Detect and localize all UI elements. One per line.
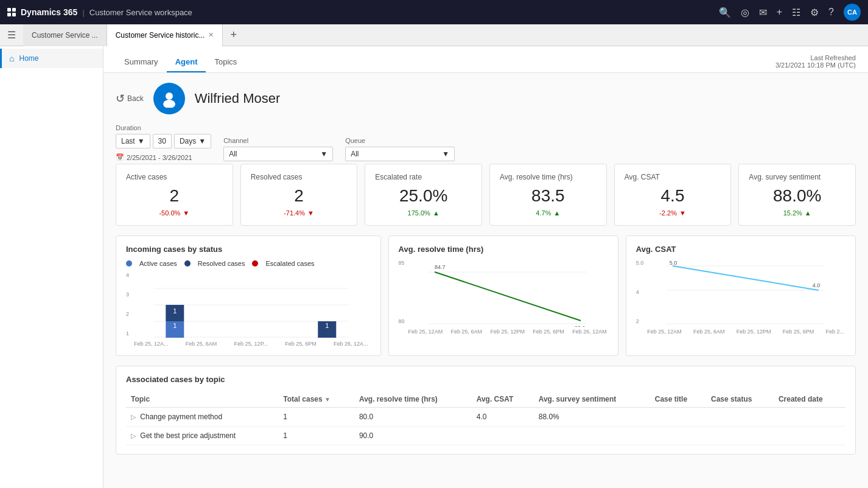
- legend-active-dot: [126, 260, 132, 267]
- col-resolve: Avg. resolve time (hrs): [354, 391, 472, 408]
- tab-summary[interactable]: Summary: [116, 57, 167, 72]
- hamburger-menu[interactable]: ☰: [0, 29, 23, 41]
- channel-label: Channel: [223, 137, 333, 144]
- col-case-title: Case title: [650, 391, 706, 408]
- last-refreshed-value: 3/21/2021 10:18 PM (UTC): [775, 61, 856, 69]
- duration-filter: Duration Last ▼ 30 Days ▼: [116, 124, 211, 161]
- resolve-chart-inner: 84.7 80.0 Feb 25, 12AM Feb 25, 6AM Feb 2…: [407, 260, 608, 335]
- kpi-change-active: -50.0%▼: [126, 209, 223, 217]
- chevron-down-icon-unit: ▼: [198, 137, 206, 145]
- grid-icon[interactable]: [7, 8, 16, 16]
- svg-point-0: [166, 92, 173, 100]
- kpi-card-sentiment: Avg. survey sentiment 88.0% 15.2%▲: [738, 164, 856, 226]
- col-total: Total cases ▼: [278, 391, 354, 408]
- kpi-title-sentiment: Avg. survey sentiment: [749, 173, 845, 181]
- settings-icon[interactable]: ⚙: [810, 7, 819, 18]
- back-arrow-icon: ↺: [116, 92, 125, 105]
- legend-escalated-label: Escalated cases: [265, 260, 314, 267]
- expand-icon-1[interactable]: ▷: [131, 413, 136, 420]
- row2-created: [774, 427, 845, 445]
- tab-topics[interactable]: Topics: [206, 57, 245, 72]
- tab-historic[interactable]: Customer Service historic... ✕: [107, 24, 223, 46]
- svg-text:4.0: 4.0: [813, 282, 821, 288]
- row2-total: 1: [278, 427, 354, 445]
- arrow-down-icon-3: ▼: [679, 209, 686, 217]
- kpi-title-resolved: Resolved cases: [251, 173, 348, 181]
- back-label: Back: [127, 94, 144, 103]
- tab-customer-service[interactable]: Customer Service ...: [23, 24, 107, 46]
- sort-icon[interactable]: ▼: [324, 396, 331, 403]
- bar-chart-svg: 1 1 1: [131, 272, 371, 339]
- kpi-card-escalated: Escalated rate 25.0% 175.0%▲: [365, 164, 482, 226]
- tab-agent[interactable]: Agent: [167, 57, 206, 72]
- inner-content: ↺ Back Wilfried Moser Duration: [103, 73, 868, 464]
- col-csat: Avg. CSAT: [472, 391, 534, 408]
- app-name: Customer Service workspace: [89, 8, 192, 17]
- top-navigation: Dynamics 365 | Customer Service workspac…: [0, 0, 868, 24]
- filter-icon[interactable]: ☷: [792, 7, 800, 18]
- nav-icons: 🔍 ◎ ✉ + ☷ ⚙ ? CA: [719, 4, 861, 21]
- chevron-down-icon-channel: ▼: [320, 150, 327, 158]
- csat-chart-inner: 5.0 4.0 Feb 25, 12AM Feb 25, 6AM Feb 25,…: [646, 260, 845, 335]
- row1-csat: 4.0: [472, 408, 534, 427]
- legend-active-label: Active cases: [139, 260, 177, 267]
- channel-filter: Channel All ▼: [223, 137, 333, 161]
- kpi-card-csat: Avg. CSAT 4.5 -2.2%▼: [614, 164, 732, 226]
- col-case-status: Case status: [706, 391, 774, 408]
- duration-value-input[interactable]: 30: [153, 134, 172, 148]
- duration-unit-select[interactable]: Days ▼: [174, 134, 211, 148]
- kpi-value-resolved: 2: [251, 186, 348, 206]
- row1-created: [774, 408, 845, 427]
- date-range: 📅 2/25/2021 - 3/26/2021: [116, 153, 211, 161]
- bell-icon[interactable]: ✉: [759, 7, 767, 18]
- channel-select[interactable]: All ▼: [223, 147, 333, 161]
- target-icon[interactable]: ◎: [741, 7, 749, 18]
- chart-resolve-title: Avg. resolve time (hrs): [399, 245, 608, 254]
- kpi-title-csat: Avg. CSAT: [625, 173, 721, 181]
- close-tab-icon[interactable]: ✕: [208, 31, 214, 39]
- bar-chart-area: 4321 1: [126, 272, 371, 347]
- nav-separator: |: [82, 8, 84, 17]
- chart-incoming-legend: Active cases Resolved cases Escalated ca…: [126, 260, 371, 267]
- kpi-change-resolved: -71.4%▼: [251, 209, 348, 217]
- kpi-title-escalated: Escalated rate: [375, 173, 472, 181]
- arrow-up-icon-2: ▲: [553, 209, 560, 217]
- help-icon[interactable]: ?: [828, 7, 834, 18]
- arrow-down-icon: ▼: [183, 209, 189, 217]
- x-axis-labels: Feb 25, 12A... Feb 25, 6AM Feb 25, 12P..…: [131, 341, 371, 347]
- table-header: Topic Total cases ▼ Avg. resolve time (h…: [126, 391, 845, 408]
- queue-select[interactable]: All ▼: [345, 147, 455, 161]
- row1-title: [650, 408, 706, 427]
- csat-y-labels: 5.042: [636, 260, 646, 327]
- expand-icon-2[interactable]: ▷: [131, 432, 136, 439]
- bar-chart-inner: 1 1 1 Feb 25, 12A...: [131, 272, 371, 347]
- duration-preset-select[interactable]: Last ▼: [116, 134, 150, 148]
- agent-header: ↺ Back Wilfried Moser: [116, 83, 856, 114]
- kpi-change-csat: -2.2%▼: [625, 209, 721, 217]
- brand-name: Dynamics 365: [21, 7, 77, 17]
- tab-customer-service-label: Customer Service ...: [32, 31, 98, 40]
- last-refreshed-label: Last Refreshed: [775, 54, 856, 61]
- legend-resolved-dot: [184, 260, 191, 267]
- chart-resolve-time: Avg. resolve time (hrs) 8580 84.7: [388, 235, 618, 356]
- table-row: ▷ Get the best price adjustment 1 90.0: [126, 427, 845, 445]
- chart-csat: Avg. CSAT 5.042 5.0: [626, 235, 856, 356]
- sidebar: ⌂ Home: [0, 46, 103, 488]
- svg-text:80.0: 80.0: [575, 325, 586, 327]
- back-button[interactable]: ↺ Back: [116, 92, 144, 105]
- table-row: ▷ Change payment method 1 80.0 4.0 88.0%: [126, 408, 845, 427]
- tab-bar: ☰ Customer Service ... Customer Service …: [0, 24, 868, 46]
- sidebar-item-home[interactable]: ⌂ Home: [0, 49, 103, 68]
- user-avatar[interactable]: CA: [844, 4, 861, 21]
- row2-title: [650, 427, 706, 445]
- row1-total: 1: [278, 408, 354, 427]
- svg-text:84.7: 84.7: [435, 264, 446, 270]
- agent-avatar: [153, 83, 185, 114]
- search-icon[interactable]: 🔍: [719, 7, 731, 18]
- chart-incoming-title: Incoming cases by status: [126, 245, 371, 254]
- plus-icon[interactable]: +: [777, 7, 782, 18]
- add-tab-button[interactable]: +: [223, 29, 244, 41]
- person-icon: [160, 89, 178, 108]
- sub-tabs: Summary Agent Topics Last Refreshed 3/21…: [103, 46, 868, 73]
- kpi-value-escalated: 25.0%: [375, 186, 472, 206]
